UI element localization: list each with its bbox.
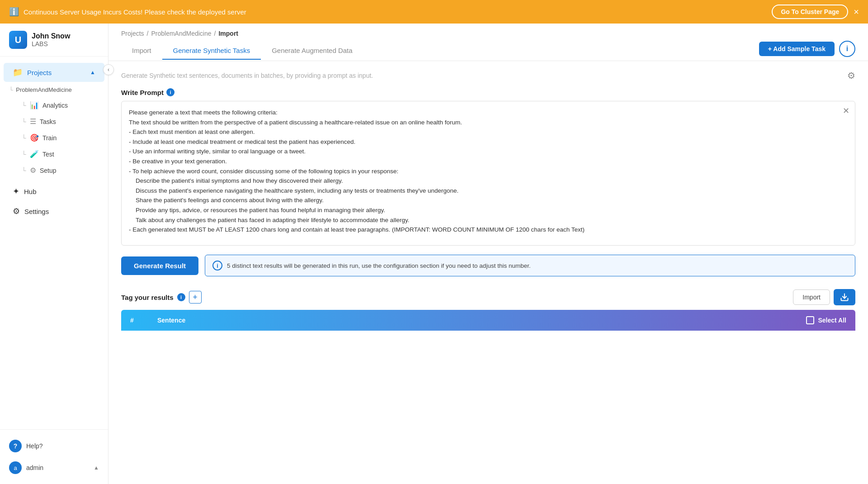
tag-results-right: Import — [793, 289, 855, 305]
generate-result-button[interactable]: Generate Result — [121, 256, 198, 275]
sidebar-item-test[interactable]: └ 🧪 Test — [4, 146, 104, 162]
generate-row: Generate Result i 5 distinct text result… — [121, 255, 855, 276]
notif-message: Continuous Server Usage Incurs Costs! Pl… — [24, 8, 246, 16]
logo-john: John Snow — [32, 32, 70, 40]
sidebar-setup-label: Setup — [40, 167, 57, 174]
tag-results-row: Tag your results i + Import — [121, 289, 855, 305]
info-icon: ℹ️ — [9, 7, 19, 17]
sidebar-item-hub[interactable]: ✦ Hub — [4, 182, 104, 201]
sidebar-help-item[interactable]: ? Help? — [0, 435, 108, 457]
subtitle-row: Generate Synthetic text sentences, docum… — [121, 70, 855, 81]
sidebar-item-projects[interactable]: 📁 Projects ▲ — [4, 63, 104, 82]
project-name[interactable]: ProblemAndMedicine — [16, 86, 72, 93]
col-select-all: Select All — [806, 316, 846, 324]
tab-bar: Import Generate Synthetic Tasks Generate… — [108, 37, 868, 61]
notif-message-container: ℹ️ Continuous Server Usage Incurs Costs!… — [9, 7, 246, 17]
analytics-icon: 📊 — [30, 101, 39, 109]
tab-import[interactable]: Import — [121, 42, 162, 60]
sidebar: U John Snow LABS ‹ 📁 Projects ▲ └ Proble… — [0, 24, 108, 484]
tab-generate-augmented[interactable]: Generate Augmented Data — [261, 42, 363, 60]
sidebar-hub-label: Hub — [24, 188, 37, 195]
sidebar-help-label: Help? — [26, 442, 43, 450]
sidebar-item-tasks[interactable]: └ ☰ Tasks — [4, 114, 104, 129]
project-label: └ ProblemAndMedicine — [0, 83, 108, 97]
breadcrumb-project[interactable]: ProblemAndMedicine — [151, 30, 211, 37]
sidebar-projects-label: Projects — [27, 69, 52, 76]
table-header: # Sentence Select All — [121, 310, 855, 331]
prompt-text: Please generate a text that meets the fo… — [129, 108, 848, 235]
sidebar-train-label: Train — [42, 134, 57, 142]
sidebar-item-settings[interactable]: ⚙ Settings — [4, 202, 104, 221]
setup-icon: ⚙ — [30, 166, 36, 175]
notification-bar: ℹ️ Continuous Server Usage Incurs Costs!… — [0, 0, 868, 24]
sidebar-bottom: ? Help? a admin ▲ — [0, 429, 108, 484]
generate-info-icon: i — [212, 261, 222, 270]
tag-results-left: Tag your results i + — [121, 291, 202, 304]
chevron-up-icon-admin: ▲ — [94, 465, 99, 471]
chevron-up-icon: ▲ — [90, 69, 95, 76]
tree-connector: └ — [9, 86, 13, 93]
close-notif-button[interactable]: × — [854, 7, 859, 16]
logo-labs: LABS — [32, 40, 70, 47]
sidebar-nav: 📁 Projects ▲ └ ProblemAndMedicine └ 📊 An… — [0, 57, 108, 429]
sidebar-tasks-label: Tasks — [40, 118, 56, 125]
breadcrumb: Projects / ProblemAndMedicine / Import — [108, 24, 868, 37]
main-content: Generate Synthetic text sentences, docum… — [108, 61, 868, 484]
gear-button[interactable]: ⚙ — [847, 70, 855, 81]
tab-generate-synthetic[interactable]: Generate Synthetic Tasks — [162, 42, 261, 60]
hub-icon: ✦ — [13, 186, 19, 196]
write-prompt-info-icon: i — [166, 88, 175, 96]
tag-results-label: Tag your results — [121, 294, 174, 301]
generate-info-text: 5 distinct text results will be generate… — [227, 262, 531, 269]
add-sample-button[interactable]: + Add Sample Task — [759, 42, 835, 56]
add-tag-button[interactable]: + — [189, 291, 202, 304]
info-button[interactable]: i — [839, 41, 855, 57]
prompt-box[interactable]: ✕ Please generate a text that meets the … — [121, 101, 855, 246]
sidebar-logo: U John Snow LABS — [0, 24, 108, 57]
main-layout: U John Snow LABS ‹ 📁 Projects ▲ └ Proble… — [0, 24, 868, 484]
logo-text: John Snow LABS — [32, 32, 70, 47]
tab-actions: + Add Sample Task i — [759, 41, 855, 61]
go-cluster-button[interactable]: Go To Cluster Page — [772, 5, 848, 19]
admin-avatar: a — [9, 461, 22, 474]
subtitle-text: Generate Synthetic text sentences, docum… — [121, 72, 373, 79]
test-icon: 🧪 — [30, 150, 39, 158]
sidebar-test-label: Test — [42, 151, 54, 158]
breadcrumb-projects[interactable]: Projects — [121, 30, 144, 37]
sidebar-settings-label: Settings — [24, 208, 49, 215]
sidebar-item-setup[interactable]: └ ⚙ Setup — [4, 162, 104, 178]
train-icon: 🎯 — [30, 133, 39, 142]
sidebar-item-analytics[interactable]: └ 📊 Analytics — [4, 97, 104, 113]
sidebar-collapse-button[interactable]: ‹ — [103, 64, 114, 75]
help-icon: ? — [9, 440, 22, 452]
select-all-checkbox[interactable] — [806, 316, 814, 324]
breadcrumb-sep1: / — [147, 30, 149, 37]
projects-icon: 📁 — [13, 67, 23, 77]
tag-results-info-icon: i — [177, 293, 185, 301]
breadcrumb-sep2: / — [214, 30, 216, 37]
generate-info-box: i 5 distinct text results will be genera… — [205, 255, 855, 276]
download-button[interactable] — [834, 289, 855, 305]
prompt-close-button[interactable]: ✕ — [843, 106, 849, 116]
notif-actions: Go To Cluster Page × — [772, 5, 859, 19]
tasks-icon: ☰ — [30, 117, 36, 126]
col-hash: # — [130, 317, 157, 324]
sidebar-analytics-label: Analytics — [42, 102, 68, 109]
sidebar-item-train[interactable]: └ 🎯 Train — [4, 130, 104, 146]
admin-label: admin — [26, 464, 43, 471]
tabs-container: Import Generate Synthetic Tasks Generate… — [121, 42, 363, 60]
logo-icon: U — [9, 31, 27, 49]
col-sentence: Sentence — [157, 317, 806, 324]
breadcrumb-current: Import — [218, 30, 238, 37]
write-prompt-label: Write Prompt i — [121, 88, 855, 96]
select-all-label: Select All — [818, 317, 846, 324]
content-area: Projects / ProblemAndMedicine / Import I… — [108, 24, 868, 484]
sidebar-admin-item[interactable]: a admin ▲ — [0, 457, 108, 479]
import-button[interactable]: Import — [793, 289, 830, 305]
settings-icon: ⚙ — [13, 206, 20, 216]
